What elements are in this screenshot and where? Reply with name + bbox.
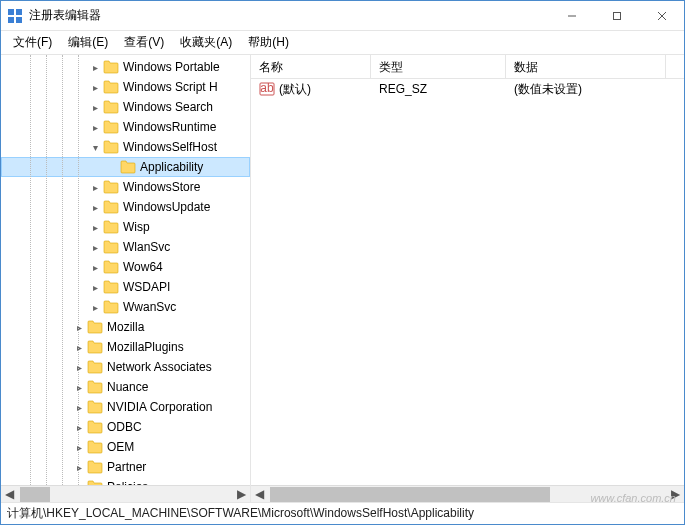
chevron-right-icon[interactable]: ▸ <box>89 262 101 273</box>
cell-name-text: (默认) <box>279 81 311 98</box>
chevron-right-icon[interactable]: ▸ <box>73 322 85 333</box>
chevron-right-icon[interactable]: ▸ <box>89 302 101 313</box>
tree-item[interactable]: ▸Mozilla <box>1 317 250 337</box>
tree-scroll-area[interactable]: ▸Windows Portable▸Windows Script H▸Windo… <box>1 55 250 485</box>
menu-favorites[interactable]: 收藏夹(A) <box>172 31 240 54</box>
svg-rect-2 <box>8 17 14 23</box>
list-horizontal-scrollbar[interactable]: ◀ ▶ <box>251 485 684 502</box>
cell-type: REG_SZ <box>371 80 506 98</box>
chevron-right-icon[interactable]: ▸ <box>89 222 101 233</box>
chevron-right-icon[interactable]: ▸ <box>73 382 85 393</box>
chevron-right-icon[interactable]: ▸ <box>89 82 101 93</box>
chevron-right-icon[interactable]: ▸ <box>73 482 85 486</box>
tree-item[interactable]: ▸NVIDIA Corporation <box>1 397 250 417</box>
folder-icon <box>87 480 103 485</box>
status-bar: 计算机\HKEY_LOCAL_MACHINE\SOFTWARE\Microsof… <box>1 502 684 524</box>
chevron-right-icon[interactable]: ▸ <box>73 402 85 413</box>
folder-icon <box>87 380 103 394</box>
chevron-right-icon[interactable]: ▸ <box>89 62 101 73</box>
tree-item[interactable]: ▸WindowsUpdate <box>1 197 250 217</box>
tree-item[interactable]: ▸WSDAPI <box>1 277 250 297</box>
tree-item-label: MozillaPlugins <box>107 340 184 354</box>
main-split: ▸Windows Portable▸Windows Script H▸Windo… <box>1 55 684 502</box>
list-body[interactable]: ab(默认)REG_SZ(数值未设置) <box>251 79 684 485</box>
maximize-button[interactable] <box>594 1 639 31</box>
folder-icon <box>87 400 103 414</box>
col-header-type[interactable]: 类型 <box>371 55 506 78</box>
tree-item[interactable]: ▸ODBC <box>1 417 250 437</box>
scroll-thumb[interactable] <box>20 487 50 502</box>
app-icon <box>7 8 23 24</box>
tree-item[interactable]: ▸Windows Script H <box>1 77 250 97</box>
chevron-right-icon[interactable]: ▸ <box>73 422 85 433</box>
chevron-right-icon[interactable]: ▸ <box>89 102 101 113</box>
tree-item-label: Windows Portable <box>123 60 220 74</box>
tree-item-label: Partner <box>107 460 146 474</box>
tree-item-label: WwanSvc <box>123 300 176 314</box>
chevron-right-icon[interactable]: ▸ <box>73 362 85 373</box>
menu-file[interactable]: 文件(F) <box>5 31 60 54</box>
tree-item[interactable]: ▾WindowsSelfHost <box>1 137 250 157</box>
tree-pane: ▸Windows Portable▸Windows Script H▸Windo… <box>1 55 251 502</box>
menu-help[interactable]: 帮助(H) <box>240 31 297 54</box>
folder-icon <box>87 440 103 454</box>
tree-item[interactable]: ▸WindowsRuntime <box>1 117 250 137</box>
folder-icon <box>87 320 103 334</box>
chevron-right-icon[interactable]: ▸ <box>89 122 101 133</box>
scroll-thumb[interactable] <box>270 487 550 502</box>
chevron-right-icon[interactable]: ▸ <box>89 182 101 193</box>
tree-item-label: Wisp <box>123 220 150 234</box>
tree-item[interactable]: ▸Nuance <box>1 377 250 397</box>
col-header-data[interactable]: 数据 <box>506 55 666 78</box>
cell-name: ab(默认) <box>251 79 371 100</box>
tree-item[interactable]: ▸WindowsStore <box>1 177 250 197</box>
tree-item[interactable]: ▸OEM <box>1 437 250 457</box>
scroll-track[interactable] <box>18 486 233 503</box>
scroll-right-icon[interactable]: ▶ <box>667 486 684 503</box>
list-header: 名称 类型 数据 <box>251 55 684 79</box>
folder-icon <box>103 140 119 154</box>
tree-item-label: Applicability <box>140 160 203 174</box>
chevron-right-icon[interactable]: ▸ <box>73 462 85 473</box>
tree-horizontal-scrollbar[interactable]: ◀ ▶ <box>1 485 250 502</box>
tree-item[interactable]: ▸MozillaPlugins <box>1 337 250 357</box>
tree-item[interactable]: ▸Network Associates <box>1 357 250 377</box>
tree-item[interactable]: •Applicability <box>1 157 250 177</box>
tree-item[interactable]: ▸Wow64 <box>1 257 250 277</box>
menu-edit[interactable]: 编辑(E) <box>60 31 116 54</box>
list-pane: 名称 类型 数据 ab(默认)REG_SZ(数值未设置) ◀ ▶ <box>251 55 684 502</box>
chevron-right-icon[interactable]: ▸ <box>89 202 101 213</box>
tree-item[interactable]: ▸Windows Portable <box>1 57 250 77</box>
chevron-down-icon[interactable]: ▾ <box>89 142 101 153</box>
tree-item[interactable]: ▸Windows Search <box>1 97 250 117</box>
folder-icon <box>103 100 119 114</box>
chevron-right-icon[interactable]: ▸ <box>73 442 85 453</box>
scroll-track[interactable] <box>268 486 667 503</box>
tree-item[interactable]: ▸WwanSvc <box>1 297 250 317</box>
chevron-right-icon[interactable]: ▸ <box>89 242 101 253</box>
folder-icon <box>103 60 119 74</box>
scroll-left-icon[interactable]: ◀ <box>251 486 268 503</box>
folder-icon <box>103 220 119 234</box>
tree-item-label: Windows Script H <box>123 80 218 94</box>
tree-item-label: WindowsSelfHost <box>123 140 217 154</box>
scroll-right-icon[interactable]: ▶ <box>233 486 250 503</box>
list-row[interactable]: ab(默认)REG_SZ(数值未设置) <box>251 79 684 99</box>
tree-item[interactable]: ▸Policies <box>1 477 250 485</box>
tree-item-label: OEM <box>107 440 134 454</box>
tree-item[interactable]: ▸Wisp <box>1 217 250 237</box>
cell-data: (数值未设置) <box>506 79 666 100</box>
folder-icon <box>87 460 103 474</box>
chevron-right-icon[interactable]: ▸ <box>73 342 85 353</box>
minimize-button[interactable] <box>549 1 594 31</box>
col-header-name[interactable]: 名称 <box>251 55 371 78</box>
scroll-left-icon[interactable]: ◀ <box>1 486 18 503</box>
tree-item[interactable]: ▸Partner <box>1 457 250 477</box>
tree-item[interactable]: ▸WlanSvc <box>1 237 250 257</box>
title-bar: 注册表编辑器 <box>1 1 684 31</box>
menu-view[interactable]: 查看(V) <box>116 31 172 54</box>
tree-item-label: NVIDIA Corporation <box>107 400 212 414</box>
tree-item-label: Windows Search <box>123 100 213 114</box>
chevron-right-icon[interactable]: ▸ <box>89 282 101 293</box>
close-button[interactable] <box>639 1 684 31</box>
